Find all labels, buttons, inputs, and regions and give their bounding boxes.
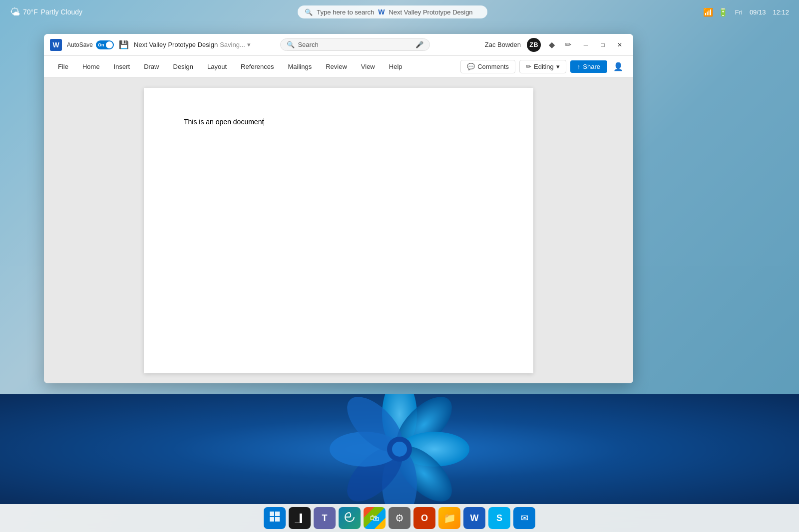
taskbar-app-terminal[interactable]: _▌ — [289, 507, 311, 529]
word-search-bar[interactable]: 🔍 Search 🎤 — [280, 38, 430, 51]
autosave-label: AutoSave — [67, 41, 93, 48]
pen-icon[interactable]: ✏ — [563, 38, 573, 51]
comments-button[interactable]: 💬 Comments — [460, 60, 515, 73]
document-content[interactable]: This is an open document — [184, 118, 493, 126]
tab-help[interactable]: Help — [383, 59, 408, 74]
taskbar-app-edge[interactable] — [339, 507, 361, 529]
temperature: 70°F — [23, 8, 38, 16]
user-avatar[interactable]: ZB — [527, 38, 541, 52]
doc-status: Saving... — [220, 41, 245, 48]
taskbar-app-start[interactable] — [264, 507, 286, 529]
editing-label: Editing — [534, 63, 554, 70]
tab-view[interactable]: View — [355, 59, 381, 74]
office-icon: O — [421, 513, 428, 524]
desktop-wallpaper — [0, 394, 799, 504]
taskbar-app-teams[interactable]: T — [314, 507, 336, 529]
word-app-icon: W — [470, 513, 479, 524]
weather-condition: Partly Cloudy — [41, 8, 82, 16]
tab-design[interactable]: Design — [167, 59, 199, 74]
svg-rect-13 — [275, 517, 280, 522]
word-window: W AutoSave On 💾 Next Valley Prototype De… — [44, 34, 633, 383]
autosave-section: AutoSave On — [67, 40, 114, 49]
battery-icon: 🔋 — [718, 7, 728, 17]
taskbar-app-office[interactable]: O — [413, 507, 435, 529]
files-icon: 📁 — [443, 512, 456, 524]
svg-rect-12 — [270, 517, 274, 522]
ribbon-actions: 💬 Comments ✏ Editing ▾ ↑ Share 👤 — [460, 60, 625, 73]
tab-draw[interactable]: Draw — [138, 59, 165, 74]
taskbar-bottom: _▌ T 🛍 ⚙ O 📁 W S ✉ — [0, 504, 799, 532]
document-title: Next Valley Prototype Design Saving... ▾ — [134, 41, 251, 48]
search-text: Search — [298, 41, 318, 48]
svg-rect-10 — [270, 512, 274, 516]
search-icon: 🔍 — [305, 8, 313, 16]
tab-layout[interactable]: Layout — [201, 59, 233, 74]
tab-home[interactable]: Home — [76, 59, 106, 74]
taskbar-search[interactable]: 🔍 Type here to search W Next Valley Prot… — [298, 5, 487, 18]
document-page[interactable]: This is an open document — [144, 88, 533, 373]
taskbar-app-store[interactable]: 🛍 — [364, 507, 386, 529]
comment-icon: 💬 — [467, 63, 475, 70]
close-button[interactable]: ✕ — [612, 37, 627, 52]
word-icon-small: W — [378, 8, 385, 16]
title-bar: W AutoSave On 💾 Next Valley Prototype De… — [44, 34, 633, 56]
share-button[interactable]: ↑ Share — [570, 60, 607, 73]
taskbar-app-mail[interactable]: ✉ — [513, 507, 535, 529]
tab-file[interactable]: File — [52, 59, 74, 74]
svg-point-9 — [392, 442, 407, 457]
settings-icon: ⚙ — [395, 512, 404, 524]
weather-icon: 🌤 — [10, 6, 20, 18]
ribbon: File Home Insert Draw Design Layout Refe… — [44, 56, 633, 78]
chevron-down-icon[interactable]: ▾ — [247, 41, 251, 48]
avatar-initials: ZB — [529, 41, 538, 48]
weather-widget: 🌤 70°F Partly Cloudy — [10, 6, 82, 18]
wifi-icon: 📶 — [703, 7, 713, 17]
maximize-button[interactable]: □ — [595, 37, 610, 52]
active-doc-name: Next Valley Prototype Design — [389, 8, 472, 16]
search-placeholder: Type here to search — [317, 8, 374, 16]
share-icon: ↑ — [577, 63, 581, 70]
window-controls: ─ □ ✕ — [578, 37, 627, 52]
edge-icon — [344, 512, 355, 525]
svg-rect-11 — [275, 512, 280, 516]
autosave-toggle[interactable]: On — [96, 40, 114, 49]
edit-icon: ✏ — [526, 63, 531, 70]
taskbar-app-skype[interactable]: S — [488, 507, 510, 529]
store-icon: 🛍 — [370, 513, 379, 524]
taskbar-system-tray: 📶 🔋 Fri 09/13 12:12 — [703, 7, 789, 17]
tab-references[interactable]: References — [235, 59, 280, 74]
user-name: Zac Bowden — [485, 41, 521, 48]
taskbar-app-files[interactable]: 📁 — [438, 507, 460, 529]
taskbar-app-settings[interactable]: ⚙ — [389, 507, 410, 529]
diamond-icon[interactable]: ◆ — [547, 38, 557, 51]
people-icon[interactable]: 👤 — [611, 60, 625, 73]
document-text: This is an open document — [184, 118, 264, 126]
save-icon[interactable]: 💾 — [119, 40, 129, 49]
search-icon: 🔍 — [287, 41, 295, 48]
mail-icon: ✉ — [521, 513, 528, 524]
chevron-down-icon: ▾ — [556, 63, 560, 70]
microphone-icon[interactable]: 🎤 — [415, 41, 423, 48]
user-section: Zac Bowden ZB ◆ ✏ — [485, 38, 573, 52]
tab-insert[interactable]: Insert — [108, 59, 136, 74]
text-cursor — [264, 118, 264, 126]
document-area: This is an open document — [44, 78, 633, 383]
tab-mailings[interactable]: Mailings — [282, 59, 318, 74]
system-icons: 📶 🔋 — [703, 7, 728, 17]
comments-label: Comments — [477, 63, 509, 70]
minimize-button[interactable]: ─ — [578, 37, 593, 52]
wallpaper-flower-svg — [325, 394, 474, 504]
skype-icon: S — [496, 513, 502, 524]
editing-button[interactable]: ✏ Editing ▾ — [519, 60, 566, 73]
terminal-icon: _▌ — [295, 514, 304, 523]
clock-date: 09/13 — [750, 8, 766, 16]
tab-review[interactable]: Review — [320, 59, 353, 74]
windows-start-icon — [269, 511, 280, 525]
share-label: Share — [583, 63, 600, 70]
teams-icon: T — [322, 513, 328, 524]
word-logo: W — [50, 39, 62, 51]
clock-day: Fri — [735, 8, 743, 16]
doc-title-text: Next Valley Prototype Design — [134, 41, 218, 48]
taskbar-app-word[interactable]: W — [463, 507, 485, 529]
toggle-on-text: On — [98, 42, 104, 47]
